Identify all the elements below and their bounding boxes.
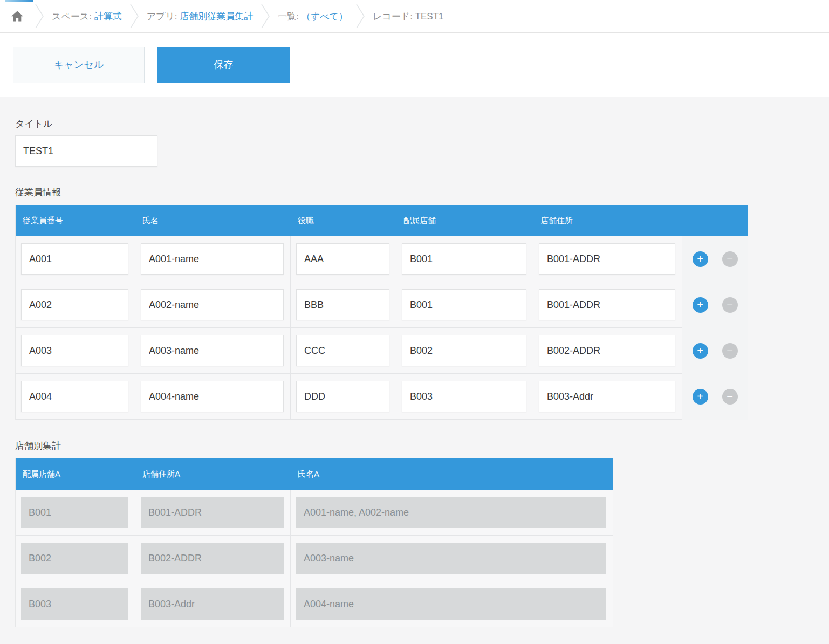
employee-name-input[interactable] bbox=[141, 335, 284, 366]
add-row-button[interactable]: + bbox=[693, 251, 708, 267]
summary-table-label: 店舗別集計 bbox=[15, 440, 814, 452]
summary-table-body: B001 B001-ADDR A001-name, A002-name B002… bbox=[16, 490, 613, 627]
store-address-readonly-field: B003-Addr bbox=[141, 588, 284, 620]
row-actions: + − bbox=[682, 236, 748, 282]
breadcrumb-link-app[interactable]: 店舗別従業員集計 bbox=[180, 11, 253, 22]
table-cell: B001 bbox=[16, 490, 135, 536]
table-cell bbox=[533, 374, 682, 420]
employee-role-input[interactable] bbox=[296, 335, 389, 366]
add-row-button[interactable]: + bbox=[693, 297, 708, 313]
employee-role-input[interactable] bbox=[296, 381, 389, 412]
column-header: 配属店舗A bbox=[16, 458, 135, 490]
table-cell bbox=[135, 374, 291, 420]
summary-table: 配属店舗A 店舗住所A 氏名A B001 B001-ADDR A001-name… bbox=[15, 458, 814, 627]
title-input[interactable] bbox=[15, 135, 157, 167]
table-cell bbox=[396, 282, 533, 328]
home-icon[interactable] bbox=[8, 10, 27, 23]
home-icon bbox=[11, 10, 24, 23]
column-header: 店舗住所A bbox=[135, 458, 291, 490]
employee-store-input[interactable] bbox=[402, 335, 526, 366]
table-cell bbox=[291, 236, 396, 282]
title-field-label: タイトル bbox=[15, 118, 814, 130]
store-address-input[interactable] bbox=[539, 381, 675, 412]
employee-table-main: 従業員番号 氏名 役職 配属店舗 店舗住所 bbox=[15, 205, 682, 420]
store-readonly-field: B003 bbox=[21, 588, 128, 620]
employee-store-input[interactable] bbox=[402, 381, 526, 412]
table-cell bbox=[135, 328, 291, 374]
breadcrumb-item-record: レコード: TEST1 bbox=[373, 10, 444, 23]
employee-name-input[interactable] bbox=[141, 381, 284, 412]
breadcrumb-prefix: アプリ: bbox=[147, 11, 180, 22]
table-cell bbox=[16, 374, 135, 420]
add-row-button[interactable]: + bbox=[693, 389, 708, 405]
table-cell bbox=[533, 282, 682, 328]
employee-number-input[interactable] bbox=[21, 381, 128, 412]
breadcrumb-prefix: スペース: bbox=[52, 11, 94, 22]
table-cell bbox=[135, 236, 291, 282]
names-readonly-field: A003-name bbox=[296, 543, 606, 574]
chevron-right-icon bbox=[129, 4, 139, 29]
breadcrumb-link-list[interactable]: （すべて） bbox=[302, 11, 348, 22]
table-cell: A003-name bbox=[291, 536, 613, 581]
table-cell bbox=[533, 236, 682, 282]
employee-role-input[interactable] bbox=[296, 289, 389, 320]
store-readonly-field: B002 bbox=[21, 543, 128, 574]
table-cell bbox=[291, 328, 396, 374]
employee-role-input[interactable] bbox=[296, 243, 389, 275]
employee-table-header: 従業員番号 氏名 役職 配属店舗 店舗住所 bbox=[16, 205, 682, 236]
row-actions: + − bbox=[682, 374, 748, 420]
column-header: 役職 bbox=[291, 205, 396, 236]
table-cell: B001-ADDR bbox=[135, 490, 291, 536]
table-cell bbox=[16, 236, 135, 282]
remove-row-button[interactable]: − bbox=[722, 389, 738, 405]
store-address-readonly-field: B001-ADDR bbox=[141, 497, 284, 528]
employee-table-body bbox=[16, 236, 682, 420]
employee-number-input[interactable] bbox=[21, 335, 128, 366]
cancel-button[interactable]: キャンセル bbox=[13, 47, 145, 83]
table-cell bbox=[16, 282, 135, 328]
remove-row-button[interactable]: − bbox=[722, 297, 738, 313]
add-row-button[interactable]: + bbox=[693, 343, 708, 359]
table-cell bbox=[396, 374, 533, 420]
names-readonly-field: A004-name bbox=[296, 588, 606, 620]
table-cell: A004-name bbox=[291, 581, 613, 627]
chevron-right-icon bbox=[355, 4, 365, 29]
save-button[interactable]: 保存 bbox=[157, 47, 290, 83]
remove-row-button[interactable]: − bbox=[722, 251, 738, 267]
employee-store-input[interactable] bbox=[402, 289, 526, 320]
remove-row-button[interactable]: − bbox=[722, 343, 738, 359]
top-accent-strip bbox=[5, 0, 33, 2]
names-readonly-field: A001-name, A002-name bbox=[296, 497, 606, 528]
action-toolbar: キャンセル 保存 bbox=[0, 33, 829, 97]
table-cell bbox=[291, 374, 396, 420]
breadcrumb-link-space[interactable]: 計算式 bbox=[94, 11, 122, 22]
breadcrumb-prefix: 一覧: bbox=[278, 11, 301, 22]
summary-table-main: 配属店舗A 店舗住所A 氏名A B001 B001-ADDR A001-name… bbox=[15, 458, 613, 627]
table-cell bbox=[533, 328, 682, 374]
summary-table-header: 配属店舗A 店舗住所A 氏名A bbox=[16, 458, 613, 490]
employee-number-input[interactable] bbox=[21, 289, 128, 320]
record-edit-form: タイトル 従業員情報 従業員番号 氏名 役職 配属店舗 店舗住所 bbox=[0, 97, 829, 643]
breadcrumb: スペース: 計算式 アプリ: 店舗別従業員集計 一覧: （すべて） レコード: … bbox=[0, 0, 829, 33]
employee-store-input[interactable] bbox=[402, 243, 526, 275]
breadcrumb-item-space: スペース: 計算式 bbox=[52, 10, 122, 23]
column-header: 従業員番号 bbox=[16, 205, 135, 236]
employee-number-input[interactable] bbox=[21, 243, 128, 275]
store-address-input[interactable] bbox=[539, 289, 675, 320]
store-address-input[interactable] bbox=[539, 243, 675, 275]
chevron-right-icon bbox=[261, 4, 270, 29]
store-address-input[interactable] bbox=[539, 335, 675, 366]
row-actions-column: + − + − + − + − bbox=[682, 205, 748, 420]
store-address-readonly-field: B002-ADDR bbox=[141, 543, 284, 574]
actions-header-cell bbox=[682, 205, 748, 236]
breadcrumb-item-list: 一覧: （すべて） bbox=[278, 10, 348, 23]
chevron-right-icon bbox=[35, 4, 44, 29]
employee-name-input[interactable] bbox=[141, 289, 284, 320]
column-header: 配属店舗 bbox=[396, 205, 533, 236]
breadcrumb-item-app: アプリ: 店舗別従業員集計 bbox=[147, 10, 254, 23]
employee-name-input[interactable] bbox=[141, 243, 284, 275]
table-cell: B002-ADDR bbox=[135, 536, 291, 581]
table-cell bbox=[16, 328, 135, 374]
table-cell: B002 bbox=[16, 536, 135, 581]
employee-table: 従業員番号 氏名 役職 配属店舗 店舗住所 bbox=[15, 205, 814, 420]
